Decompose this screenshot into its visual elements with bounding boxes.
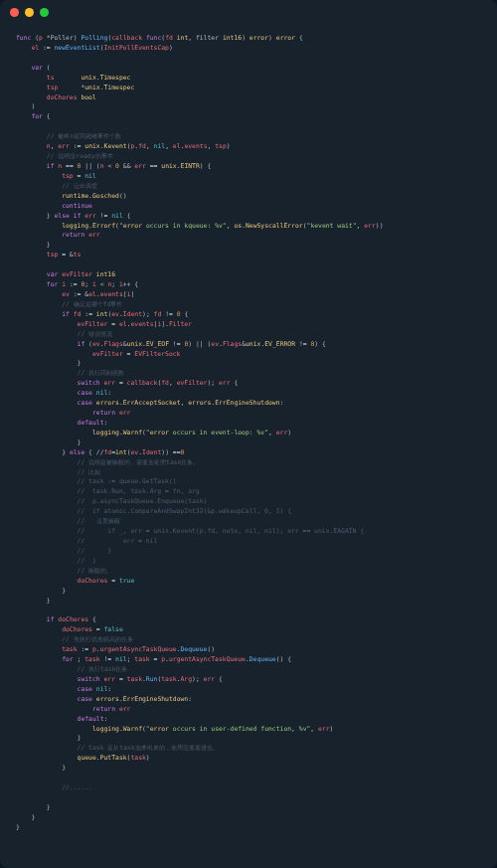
editor-window: func (p *Poller) Polling(callback func(f… <box>0 0 497 868</box>
code-viewport: func (p *Poller) Polling(callback func(f… <box>0 24 497 853</box>
minimize-icon[interactable] <box>25 8 34 17</box>
close-icon[interactable] <box>10 8 19 17</box>
titlebar <box>0 0 497 24</box>
zoom-icon[interactable] <box>40 8 49 17</box>
